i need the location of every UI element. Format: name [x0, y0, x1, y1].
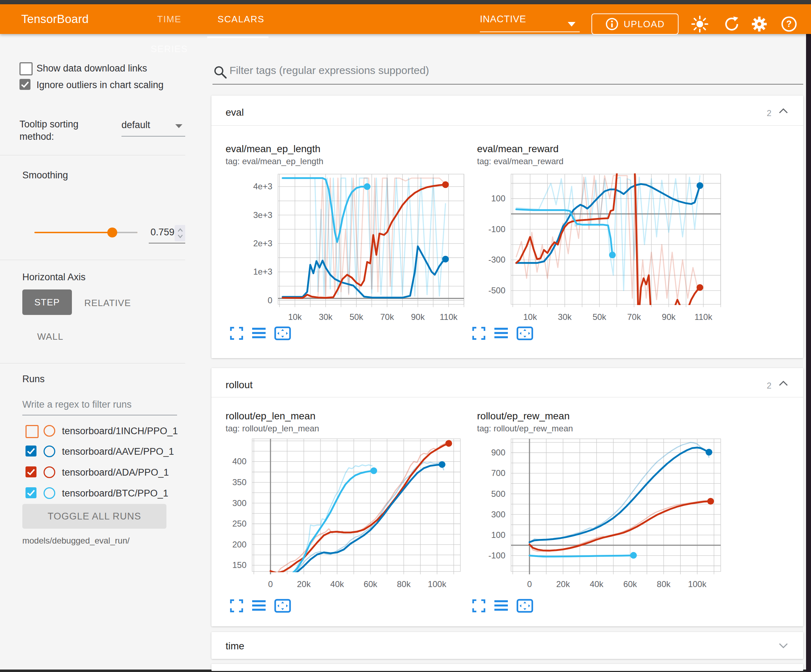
- svg-text:2e+3: 2e+3: [253, 239, 272, 248]
- ignore-outliers-label: Ignore outliers in chart scaling: [36, 80, 164, 91]
- refresh-icon[interactable]: [723, 15, 740, 32]
- smoothing-stepper[interactable]: [175, 225, 185, 241]
- help-icon[interactable]: ?: [780, 15, 797, 32]
- collapse-chevron-up-icon[interactable]: [778, 108, 789, 115]
- ignore-outliers-row[interactable]: Ignore outliers in chart scaling: [19, 79, 185, 92]
- series-end-dot[interactable]: [364, 183, 370, 190]
- brightness-icon[interactable]: [691, 15, 708, 32]
- svg-text:900: 900: [491, 448, 506, 457]
- app-header: TensorBoard TIME SERIES SCALARS INACTIVE…: [0, 4, 811, 34]
- upload-button[interactable]: UPLOAD: [591, 14, 679, 35]
- series-end-dot[interactable]: [630, 552, 637, 559]
- smoothing-underline: [149, 243, 185, 244]
- fit-domain-icon[interactable]: [516, 599, 533, 613]
- chart-plot[interactable]: 020k40k60k80k100k400350300250200150: [213, 433, 469, 594]
- svg-text:?: ?: [786, 19, 792, 29]
- series-end-dot[interactable]: [446, 440, 452, 447]
- axis-option-relative[interactable]: RELATIVE: [84, 298, 131, 308]
- chart-tag: tag: rollout/ep_rew_mean: [477, 423, 573, 433]
- svg-text:90k: 90k: [662, 312, 676, 322]
- smoothing-slider-thumb[interactable]: [107, 228, 117, 237]
- run-color-circle[interactable]: [44, 487, 55, 499]
- fit-domain-icon[interactable]: [516, 326, 533, 340]
- ignore-outliers-checkbox[interactable]: [19, 79, 31, 90]
- svg-text:350: 350: [232, 477, 246, 487]
- run-color-circle[interactable]: [44, 466, 55, 478]
- expand-chart-icon[interactable]: [472, 326, 486, 340]
- svg-text:100: 100: [491, 193, 506, 203]
- run-checkbox[interactable]: [25, 466, 36, 477]
- info-icon: [605, 17, 619, 31]
- svg-text:0: 0: [268, 579, 273, 589]
- tab-scalars[interactable]: SCALARS: [217, 4, 265, 34]
- data-table-icon[interactable]: [251, 599, 266, 613]
- svg-text:110k: 110k: [439, 312, 458, 322]
- svg-text:4e+3: 4e+3: [253, 181, 272, 191]
- series-line: [283, 185, 446, 298]
- series-end-dot[interactable]: [442, 181, 449, 188]
- divider: [0, 363, 185, 364]
- data-table-icon[interactable]: [494, 599, 509, 613]
- fit-domain-icon[interactable]: [274, 326, 291, 340]
- svg-text:30k: 30k: [558, 312, 572, 322]
- svg-text:3e+3: 3e+3: [253, 210, 272, 220]
- tooltip-sorting-select[interactable]: default: [122, 120, 150, 130]
- status-dropdown-value: INACTIVE: [480, 4, 526, 34]
- divider: [211, 397, 803, 398]
- check-icon: [25, 466, 36, 477]
- collapse-chevron-up-icon[interactable]: [778, 380, 789, 387]
- show-download-links-row[interactable]: Show data download links: [19, 62, 185, 76]
- window-top-bar: [0, 0, 811, 4]
- chart-title: rollout/ep_len_mean: [226, 410, 316, 422]
- tab-time-series[interactable]: TIME SERIES: [139, 4, 199, 34]
- data-table-icon[interactable]: [251, 326, 266, 340]
- series-end-dot[interactable]: [697, 182, 703, 189]
- axis-option-wall[interactable]: WALL: [37, 331, 63, 342]
- svg-text:0: 0: [268, 296, 272, 305]
- show-download-links-checkbox[interactable]: [19, 62, 32, 75]
- runs-label: Runs: [22, 374, 45, 385]
- run-checkbox[interactable]: [25, 425, 39, 438]
- horizontal-axis-label: Horizontal Axis: [22, 272, 86, 283]
- divider: [0, 260, 185, 260]
- svg-text:150: 150: [232, 560, 246, 570]
- run-checkbox[interactable]: [25, 487, 36, 498]
- runs-filter-underline: [22, 415, 177, 415]
- status-dropdown-underline: [480, 32, 580, 32]
- data-table-icon[interactable]: [494, 326, 509, 340]
- series-end-dot[interactable]: [442, 256, 449, 262]
- series-end-dot[interactable]: [609, 252, 616, 258]
- axis-option-step[interactable]: STEP: [22, 289, 72, 315]
- section-card-time: time: [211, 632, 803, 659]
- series-end-dot[interactable]: [706, 449, 712, 455]
- series-line: [271, 462, 444, 579]
- svg-text:100k: 100k: [428, 579, 446, 589]
- collapse-chevron-down-icon[interactable]: [778, 642, 789, 649]
- toggle-all-runs-button[interactable]: TOGGLE ALL RUNS: [22, 504, 166, 529]
- fit-domain-icon[interactable]: [274, 599, 291, 613]
- chart-tag: tag: eval/mean_ep_length: [226, 156, 323, 166]
- check-icon: [19, 79, 31, 90]
- series-end-dot[interactable]: [697, 284, 703, 291]
- run-color-circle[interactable]: [44, 445, 55, 457]
- expand-chart-icon[interactable]: [229, 326, 244, 340]
- filter-tags-input[interactable]: Filter tags (regular expressions support…: [229, 64, 429, 76]
- series-end-dot[interactable]: [370, 467, 377, 474]
- chart-plot[interactable]: 10k30k50k70k90k110k100-100-300-500: [472, 168, 729, 327]
- run-checkbox[interactable]: [25, 445, 36, 457]
- series-end-dot[interactable]: [439, 461, 446, 468]
- expand-chart-icon[interactable]: [472, 599, 486, 613]
- runs-filter-input[interactable]: Write a regex to filter runs: [22, 399, 132, 410]
- chart-plot[interactable]: 020k40k60k80k100k900700500300100-100: [472, 433, 729, 594]
- run-color-circle[interactable]: [44, 425, 55, 437]
- chart-plot[interactable]: 10k30k50k70k90k110k01e+32e+33e+34e+3: [239, 168, 472, 327]
- run-label: tensorboard/BTC/PPO_1: [62, 488, 168, 499]
- smoothing-value[interactable]: 0.759: [151, 227, 175, 238]
- settings-icon[interactable]: [751, 15, 768, 32]
- svg-text:20k: 20k: [297, 579, 311, 589]
- dropdown-arrow-icon: [175, 124, 182, 128]
- tooltip-sorting-underline: [122, 136, 185, 137]
- series-end-dot[interactable]: [707, 498, 714, 504]
- expand-chart-icon[interactable]: [229, 599, 244, 613]
- svg-text:90k: 90k: [411, 312, 425, 322]
